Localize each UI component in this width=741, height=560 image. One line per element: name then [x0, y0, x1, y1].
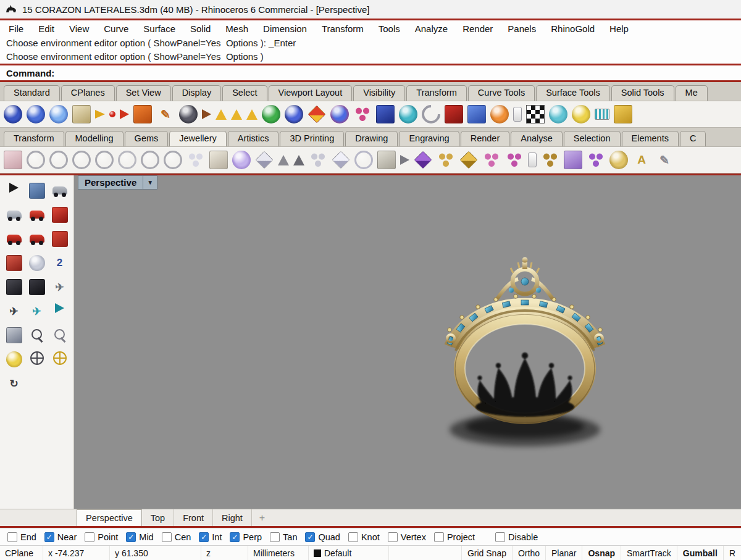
- tab-select[interactable]: Select: [222, 85, 267, 101]
- menu-item[interactable]: View: [69, 23, 89, 34]
- orbit-sphere-icon[interactable]: [179, 105, 198, 123]
- globe-pair-icon[interactable]: [330, 105, 349, 123]
- diamond-icon[interactable]: [256, 151, 274, 169]
- ring-size-icon[interactable]: [4, 151, 22, 169]
- two-tone-sphere-icon[interactable]: [285, 105, 303, 123]
- sphere-box-icon[interactable]: [467, 105, 486, 123]
- zoom-selected-icon[interactable]: [6, 351, 22, 367]
- bezel-icon[interactable]: [377, 151, 396, 169]
- osnap-int[interactable]: Int: [199, 532, 222, 542]
- zoom-window-icon[interactable]: [52, 327, 68, 343]
- tab-visibility[interactable]: Visibility: [353, 85, 405, 101]
- tab-gold-render[interactable]: Render: [461, 131, 510, 146]
- view-cube-icon[interactable]: [6, 327, 22, 343]
- checkbox[interactable]: [348, 532, 358, 542]
- arrow-tool-icon[interactable]: [400, 155, 409, 165]
- rendered-sphere-icon[interactable]: [27, 105, 45, 123]
- tab-gold-selection[interactable]: Selection: [564, 131, 621, 146]
- tab-gold-transform[interactable]: Transform: [4, 131, 64, 146]
- gold-bead-icon[interactable]: [609, 151, 628, 169]
- checkbox[interactable]: [44, 532, 54, 542]
- flag-icon[interactable]: [95, 110, 105, 119]
- osnap-near[interactable]: Near: [44, 532, 77, 542]
- vptab-front[interactable]: Front: [174, 509, 213, 526]
- metal-hook-icon[interactable]: [418, 101, 444, 127]
- airbrush-icon[interactable]: [513, 107, 522, 122]
- layer-button[interactable]: Default: [309, 546, 389, 560]
- gem-cluster-icon[interactable]: [186, 151, 205, 169]
- move-view-icon[interactable]: [29, 183, 45, 199]
- menu-item[interactable]: Tools: [379, 23, 400, 34]
- two-d-view-icon[interactable]: 2: [52, 255, 68, 271]
- cone-analysis3-icon[interactable]: [246, 109, 257, 120]
- plane-gray-icon[interactable]: ✈: [52, 279, 68, 295]
- plane-dark-icon[interactable]: ✈: [6, 303, 22, 319]
- ring-band-icon[interactable]: [49, 151, 68, 169]
- comb-icon[interactable]: [595, 109, 609, 120]
- signet-top-icon[interactable]: [209, 151, 228, 169]
- tab-transform[interactable]: Transform: [406, 85, 467, 101]
- ring-eternity-icon[interactable]: [95, 151, 114, 169]
- menu-item[interactable]: Analyze: [415, 23, 448, 34]
- tab-gold-drawing[interactable]: Drawing: [345, 131, 398, 146]
- pave-icon[interactable]: [309, 151, 327, 169]
- tab-surface-tools[interactable]: Surface Tools: [536, 85, 610, 101]
- tab-gold-engraving[interactable]: Engraving: [399, 131, 459, 146]
- tab-standard[interactable]: Standard: [4, 85, 60, 101]
- ring-solitaire-icon[interactable]: [72, 151, 91, 169]
- checkbox[interactable]: [270, 532, 280, 542]
- tab-gold-analyse[interactable]: Analyse: [511, 131, 563, 146]
- engrave-pencil-icon[interactable]: ✎: [655, 151, 674, 169]
- osnap-end[interactable]: End: [7, 532, 36, 542]
- tab-gold-3d-printing[interactable]: 3D Printing: [280, 131, 344, 146]
- pink-cluster-icon[interactable]: [482, 151, 501, 169]
- table-icon[interactable]: [6, 279, 22, 295]
- ring-beads-icon[interactable]: [118, 151, 136, 169]
- battery-icon[interactable]: [52, 207, 68, 223]
- menu-item[interactable]: Help: [609, 23, 629, 34]
- green-sphere-icon[interactable]: [262, 105, 280, 123]
- rotate-view-icon[interactable]: ↻: [6, 375, 22, 391]
- point-icon[interactable]: [109, 111, 115, 117]
- checkbox[interactable]: [7, 532, 17, 542]
- zoom-icon[interactable]: [29, 327, 45, 343]
- checkbox[interactable]: [126, 532, 136, 542]
- purple-dome-icon[interactable]: [232, 151, 251, 169]
- osnap-knot[interactable]: Knot: [348, 532, 380, 542]
- status-clipped[interactable]: R: [723, 546, 741, 560]
- scene-forklift-icon[interactable]: [52, 186, 67, 194]
- osnap-disable[interactable]: Disable: [495, 532, 538, 542]
- channel-icon[interactable]: [564, 151, 582, 169]
- vptab-top[interactable]: Top: [142, 509, 174, 526]
- drop-arrow2-icon[interactable]: [293, 155, 304, 165]
- zoom-extents-icon[interactable]: [55, 303, 64, 313]
- new-viewport-icon[interactable]: +: [252, 509, 272, 526]
- status-ortho[interactable]: Ortho: [512, 546, 545, 560]
- tab-gold-elements[interactable]: Elements: [622, 131, 679, 146]
- blue-cube-icon[interactable]: [376, 105, 395, 123]
- curve-arrow-icon[interactable]: [202, 109, 211, 119]
- drop-arrow-icon[interactable]: [278, 155, 289, 165]
- status-planar[interactable]: Planar: [545, 546, 582, 560]
- menu-item[interactable]: Dimension: [263, 23, 307, 34]
- vptab-perspective[interactable]: Perspective: [77, 509, 142, 526]
- command-prompt-input[interactable]: Command:: [0, 65, 741, 80]
- purple-pave-icon[interactable]: [587, 151, 605, 169]
- ring-wizard-icon[interactable]: [27, 151, 45, 169]
- checkbox[interactable]: [230, 532, 240, 542]
- menu-item[interactable]: Solid: [190, 23, 211, 34]
- viewport-dropdown-icon[interactable]: ▼: [143, 176, 157, 189]
- car-side-icon[interactable]: [30, 235, 44, 243]
- tab-gold-artistics[interactable]: Artistics: [228, 131, 279, 146]
- folder-icon[interactable]: [614, 105, 632, 123]
- menu-item[interactable]: Transform: [322, 23, 364, 34]
- osnap-mid[interactable]: Mid: [126, 532, 153, 542]
- studio-truck-icon[interactable]: [7, 211, 22, 219]
- osnap-tan[interactable]: Tan: [270, 532, 297, 542]
- perspective-viewport-canvas[interactable]: Perspective ▼: [74, 175, 741, 509]
- tab-curve-tools[interactable]: Curve Tools: [468, 85, 535, 101]
- plane-teal-icon[interactable]: ✈: [29, 303, 45, 319]
- osnap-vertex[interactable]: Vertex: [388, 532, 426, 542]
- layer-stack-icon[interactable]: [72, 105, 91, 123]
- status-osnap[interactable]: Osnap: [582, 546, 621, 560]
